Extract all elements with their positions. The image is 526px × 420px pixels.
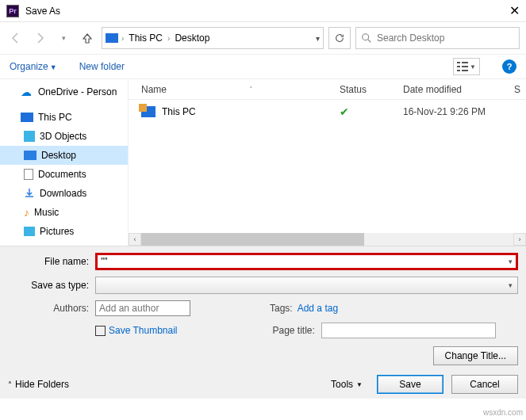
crumb-thispc[interactable]: This PC: [127, 32, 164, 44]
svg-rect-3: [457, 66, 460, 67]
authors-input[interactable]: [95, 300, 190, 316]
pc-icon: [21, 113, 33, 122]
chevron-down-icon: ▾: [504, 281, 517, 289]
newfolder-button[interactable]: New folder: [79, 61, 125, 72]
music-icon: ♪: [24, 206, 29, 219]
cancel-button[interactable]: Cancel: [451, 375, 518, 394]
up-button[interactable]: [78, 29, 97, 48]
titlebar: Pr Save As ✕: [0, 0, 526, 22]
pc-icon: [106, 33, 118, 43]
svg-rect-4: [457, 70, 460, 71]
filename-input[interactable]: [101, 256, 509, 267]
scroll-right[interactable]: ›: [513, 233, 526, 246]
view-button[interactable]: ▼: [453, 58, 480, 75]
chevron-up-icon: ˄: [8, 380, 12, 389]
save-form: File name: ▾ Save as type: ▾ Authors: Ta…: [0, 246, 526, 375]
tree-documents[interactable]: Documents: [0, 165, 128, 184]
col-size[interactable]: S: [514, 84, 520, 95]
toolbar: Organize▼ New folder ▼ ?: [0, 54, 526, 79]
search-input[interactable]: [377, 32, 514, 44]
svg-rect-2: [457, 62, 460, 63]
folder-tree[interactable]: OneDrive - Person This PC 3D Objects Des…: [0, 79, 129, 246]
footer: ˄ Hide Folders Tools▼ Save Cancel: [0, 375, 526, 399]
app-icon: Pr: [6, 5, 19, 17]
tree-desktop[interactable]: Desktop: [0, 146, 128, 165]
horizontal-scrollbar[interactable]: ‹ ›: [129, 233, 526, 246]
tree-music[interactable]: ♪Music: [0, 203, 128, 222]
svg-rect-7: [462, 70, 468, 71]
filename-field-wrap: ▾: [95, 253, 518, 270]
shortcut-icon: [141, 106, 155, 117]
refresh-button[interactable]: [328, 27, 351, 49]
help-button[interactable]: ?: [502, 59, 516, 74]
picture-icon: [24, 227, 35, 236]
authors-label: Authors:: [8, 303, 95, 314]
document-icon: [24, 169, 33, 180]
filename-label: File name:: [8, 256, 95, 267]
pagetitle-label: Page title:: [273, 325, 315, 336]
breadcrumb[interactable]: › This PC › Desktop ▾: [102, 27, 324, 49]
tools-menu[interactable]: Tools▼: [331, 379, 363, 390]
scroll-thumb[interactable]: [141, 233, 364, 246]
nav-row: ▾ › This PC › Desktop ▾: [0, 22, 526, 54]
forward-button[interactable]: [30, 29, 49, 48]
filename-dropdown[interactable]: ▾: [509, 258, 513, 265]
col-name[interactable]: Name˄: [141, 84, 340, 95]
col-status[interactable]: Status: [340, 84, 403, 95]
breadcrumb-dropdown[interactable]: ▾: [316, 34, 320, 43]
list-header: Name˄ Status Date modified S: [129, 79, 526, 100]
close-button[interactable]: ✕: [509, 3, 520, 18]
chevron-right-icon: ›: [121, 34, 124, 43]
change-title-button[interactable]: Change Title...: [433, 346, 518, 365]
type-select[interactable]: ▾: [95, 277, 518, 294]
hide-folders-button[interactable]: ˄ Hide Folders: [8, 379, 69, 390]
sort-asc-icon: ˄: [249, 86, 253, 94]
recent-dropdown[interactable]: ▾: [54, 29, 73, 48]
tree-thispc[interactable]: This PC: [0, 108, 128, 127]
tree-onedrive[interactable]: OneDrive - Person: [0, 82, 128, 101]
svg-line-1: [368, 40, 371, 43]
organize-menu[interactable]: Organize▼: [10, 61, 57, 72]
save-thumbnail-label[interactable]: Save Thumbnail: [109, 325, 178, 336]
tree-downloads[interactable]: Downloads: [0, 184, 128, 203]
chevron-right-icon: ›: [167, 34, 170, 43]
tags-label: Tags:: [270, 303, 293, 314]
back-button[interactable]: [6, 29, 25, 48]
type-label: Save as type:: [8, 280, 95, 291]
svg-rect-5: [462, 62, 468, 63]
file-list: Name˄ Status Date modified S This PC ✔ 1…: [129, 79, 526, 246]
cloud-icon: [21, 87, 33, 97]
svg-rect-6: [462, 66, 468, 67]
crumb-desktop[interactable]: Desktop: [173, 32, 211, 44]
col-date[interactable]: Date modified: [403, 84, 514, 95]
download-icon: [24, 188, 35, 199]
tree-3dobjects[interactable]: 3D Objects: [0, 127, 128, 146]
status-ok-icon: ✔: [340, 105, 349, 118]
save-thumbnail-checkbox[interactable]: [95, 326, 106, 336]
list-item[interactable]: This PC ✔ 16-Nov-21 9:26 PM: [129, 100, 526, 124]
tree-pictures[interactable]: Pictures: [0, 222, 128, 241]
pagetitle-input[interactable]: [321, 323, 496, 338]
desktop-icon: [24, 151, 36, 160]
tags-link[interactable]: Add a tag: [298, 303, 338, 314]
cube-icon: [24, 131, 35, 142]
body: OneDrive - Person This PC 3D Objects Des…: [0, 79, 526, 246]
save-button[interactable]: Save: [377, 375, 443, 394]
search-box[interactable]: [355, 27, 520, 49]
svg-point-0: [363, 34, 369, 40]
search-icon: [361, 32, 372, 44]
scroll-left[interactable]: ‹: [129, 233, 141, 246]
watermark: wsxdn.com: [483, 408, 523, 417]
window-title: Save As: [25, 6, 60, 17]
